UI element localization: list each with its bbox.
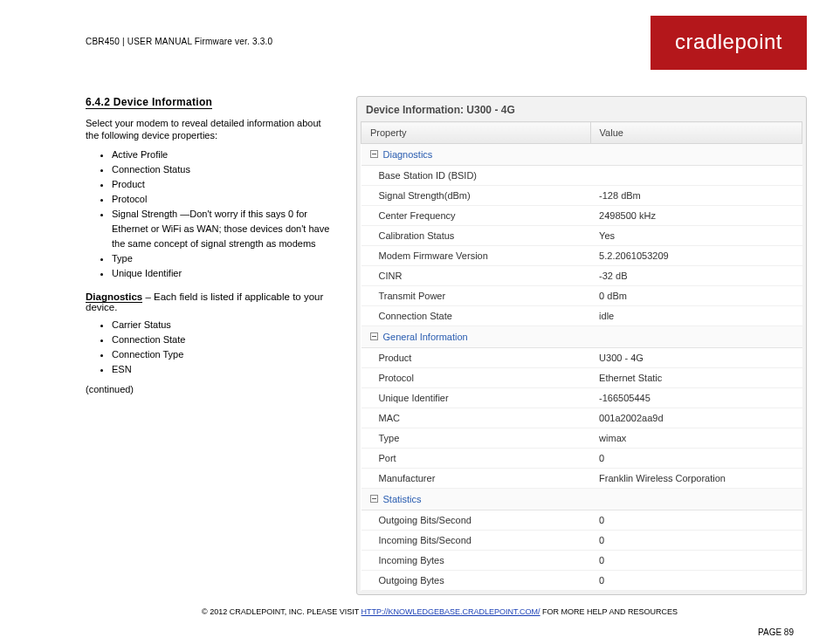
panel-title: Device Information: U300 - 4G	[361, 100, 802, 121]
prop-cell: Center Frequency	[361, 206, 591, 226]
list-item: Protocol	[112, 192, 330, 207]
table-row: Outgoing Bits/Second0	[361, 510, 802, 531]
value-cell: 2498500 kHz	[590, 206, 802, 226]
copyright-text: © 2012 CRADLEPOINT, INC. PLEASE VISIT	[202, 607, 361, 616]
collapse-icon[interactable]	[370, 332, 378, 340]
collapse-icon[interactable]	[370, 150, 378, 158]
list-item: Carrier Status	[112, 318, 330, 332]
collapse-icon[interactable]	[370, 495, 378, 503]
prop-cell: Connection State	[361, 306, 591, 326]
table-row: Outgoing Bytes0	[361, 571, 802, 591]
value-cell: Ethernet Static	[590, 368, 802, 388]
value-cell: U300 - 4G	[590, 348, 802, 368]
prop-cell: Signal Strength(dBm)	[361, 186, 591, 206]
table-row: Unique Identifier-166505445	[361, 388, 802, 408]
prop-cell: Incoming Bytes	[361, 551, 591, 571]
table-row: ProductU300 - 4G	[361, 348, 802, 368]
value-cell: 0	[590, 571, 802, 591]
value-cell: 0	[590, 551, 802, 571]
value-cell: idle	[590, 306, 802, 326]
table-row: ManufacturerFranklin Wireless Corporatio…	[361, 469, 802, 489]
left-column: 6.4.2 Device Information Select your mod…	[86, 96, 330, 595]
col-header-value[interactable]: Value	[590, 122, 802, 144]
table-row: Base Station ID (BSID)	[361, 166, 802, 186]
table-row: ProtocolEthernet Static	[361, 368, 802, 388]
bullet-list-1: Active Profile Connection Status Product…	[112, 147, 330, 281]
list-item: Signal Strength —Don't worry if this say…	[112, 207, 330, 251]
bullet-list-2: Carrier Status Connection State Connecti…	[112, 318, 330, 377]
section-title: 6.4.2 Device Information	[86, 96, 212, 109]
group-label: Diagnostics	[383, 149, 433, 160]
prop-cell: Outgoing Bytes	[361, 571, 591, 591]
group-diagnostics[interactable]: Diagnostics	[361, 144, 802, 166]
group-label: Statistics	[383, 494, 422, 504]
footnote-tail: FOR MORE HELP AND RESOURCES	[542, 607, 678, 616]
value-cell: -128 dBm	[590, 186, 802, 206]
prop-cell: CINR	[361, 266, 591, 286]
list-item: Connection Status	[112, 162, 330, 177]
content-row: 6.4.2 Device Information Select your mod…	[86, 96, 807, 595]
page: CBR450 | USER MANUAL Firmware ver. 3.3.0…	[0, 0, 833, 604]
prop-cell: Port	[361, 449, 591, 469]
value-cell: 0 dBm	[590, 286, 802, 306]
table-row: Incoming Bytes0	[361, 551, 802, 571]
prop-cell: Protocol	[361, 368, 591, 388]
diagnostics-subhead: Diagnostics – Each field is listed if ap…	[86, 291, 330, 312]
table-row: Center Frequency2498500 kHz	[361, 206, 802, 226]
prop-cell: Manufacturer	[361, 469, 591, 489]
prop-cell: Calibration Status	[361, 226, 591, 246]
table-row: Signal Strength(dBm)-128 dBm	[361, 186, 802, 206]
device-info-table: Property Value Diagnostics Base Station …	[361, 121, 802, 591]
table-row: Incoming Bits/Second0	[361, 531, 802, 551]
value-cell: Franklin Wireless Corporation	[590, 469, 802, 489]
value-cell: 0	[590, 531, 802, 551]
table-row: CINR-32 dB	[361, 266, 802, 286]
list-item: Unique Identifier	[112, 266, 330, 281]
page-number: PAGE 89	[758, 627, 794, 637]
table-row: Calibration StatusYes	[361, 226, 802, 246]
list-item: Product	[112, 177, 330, 192]
logo: cradlepoint	[651, 16, 807, 70]
value-cell: 001a2002aa9d	[590, 408, 802, 428]
value-cell: 5.2.2061053209	[590, 246, 802, 266]
col-header-property[interactable]: Property	[361, 122, 591, 144]
table-row: MAC001a2002aa9d	[361, 408, 802, 428]
prop-cell: Transmit Power	[361, 286, 591, 306]
kb-link[interactable]: HTTP://KNOWLEDGEBASE.CRADLEPOINT.COM/	[361, 607, 540, 616]
group-statistics[interactable]: Statistics	[361, 489, 802, 510]
value-cell: Yes	[590, 226, 802, 246]
header: CBR450 | USER MANUAL Firmware ver. 3.3.0…	[86, 16, 807, 70]
group-general-info[interactable]: General Information	[361, 326, 802, 348]
group-label: General Information	[383, 332, 468, 342]
table-row: Port0	[361, 449, 802, 469]
list-item: Connection State	[112, 332, 330, 347]
list-item: Type	[112, 251, 330, 266]
value-cell: 0	[590, 449, 802, 469]
table-body: Property Value Diagnostics Base Station …	[361, 122, 802, 591]
list-item: Active Profile	[112, 147, 330, 162]
list-item: Connection Type	[112, 347, 330, 362]
value-cell: -32 dB	[590, 266, 802, 286]
prop-cell: Product	[361, 348, 591, 368]
device-info-panel: Device Information: U300 - 4G Property V…	[356, 96, 807, 595]
table-row: Typewimax	[361, 428, 802, 449]
table-row: Transmit Power0 dBm	[361, 286, 802, 306]
prop-cell: Incoming Bits/Second	[361, 531, 591, 551]
value-cell: wimax	[590, 428, 802, 449]
prop-cell: Type	[361, 428, 591, 449]
value-cell	[590, 166, 802, 186]
prop-cell: MAC	[361, 408, 591, 428]
prop-cell: Unique Identifier	[361, 388, 591, 408]
intro-paragraph: Select your modem to reveal detailed inf…	[86, 118, 330, 142]
value-cell: -166505445	[590, 388, 802, 408]
signal-label: Signal Strength	[112, 209, 177, 219]
footnote: © 2012 CRADLEPOINT, INC. PLEASE VISIT HT…	[86, 606, 794, 618]
table-row: Modem Firmware Version5.2.2061053209	[361, 246, 802, 266]
list-item: ESN	[112, 362, 330, 377]
continued-label: (continued)	[86, 384, 330, 396]
table-row: Connection Stateidle	[361, 306, 802, 326]
breadcrumb: CBR450 | USER MANUAL Firmware ver. 3.3.0	[86, 37, 272, 46]
prop-cell: Base Station ID (BSID)	[361, 166, 591, 186]
prop-cell: Outgoing Bits/Second	[361, 510, 591, 531]
value-cell: 0	[590, 510, 802, 531]
